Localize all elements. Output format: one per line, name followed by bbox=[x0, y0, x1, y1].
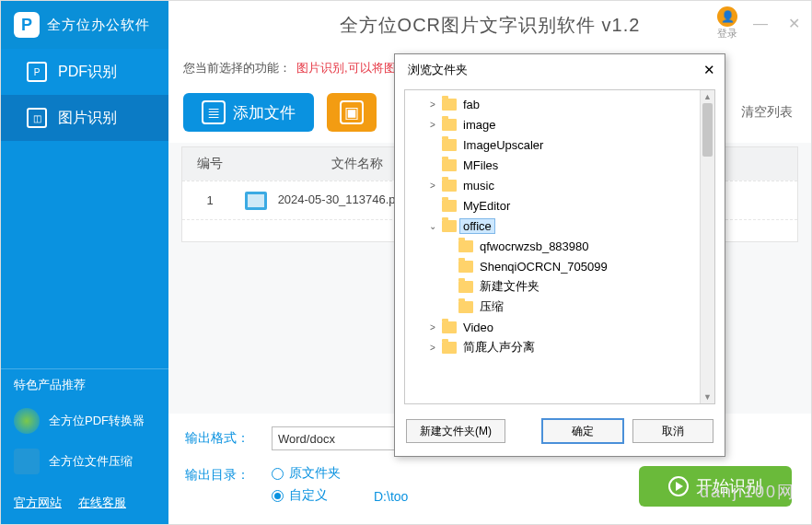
folder-icon bbox=[442, 159, 457, 171]
tree-item[interactable]: MFiles bbox=[405, 155, 714, 175]
browse-folder-dialog: 浏览文件夹 ✕ >fab>imageImageUpscalerMFiles>mu… bbox=[394, 53, 725, 457]
cancel-button[interactable]: 取消 bbox=[632, 419, 713, 443]
expand-icon[interactable]: > bbox=[427, 119, 438, 130]
scrollbar-thumb[interactable] bbox=[702, 103, 713, 157]
tree-item-label: ShenqiOCRCN_705099 bbox=[477, 260, 610, 274]
folder-icon bbox=[458, 240, 473, 252]
tree-item[interactable]: >image bbox=[405, 114, 714, 134]
dialog-close-button[interactable]: ✕ bbox=[703, 62, 715, 78]
tree-item-label: 简鹿人声分离 bbox=[460, 339, 538, 356]
tree-item-label: Video bbox=[460, 321, 496, 334]
tree-item-label: 压缩 bbox=[477, 298, 506, 315]
tree-item[interactable]: ImageUpscaler bbox=[405, 134, 714, 155]
expand-icon[interactable]: > bbox=[427, 321, 438, 332]
tree-item-label: office bbox=[460, 219, 494, 233]
dialog-titlebar: 浏览文件夹 ✕ bbox=[395, 54, 725, 86]
tree-item-label: MFiles bbox=[460, 158, 501, 172]
modal-overlay: 浏览文件夹 ✕ >fab>imageImageUpscalerMFiles>mu… bbox=[0, 0, 812, 525]
folder-icon bbox=[442, 139, 457, 151]
dialog-title: 浏览文件夹 bbox=[408, 62, 468, 78]
folder-icon bbox=[442, 200, 457, 212]
folder-icon bbox=[442, 180, 457, 192]
tree-item[interactable]: qfwocrwzsb_883980 bbox=[405, 236, 714, 256]
tree-spacer bbox=[427, 159, 438, 170]
folder-icon bbox=[442, 342, 457, 354]
ok-button[interactable]: 确定 bbox=[542, 419, 623, 443]
tree-spacer bbox=[427, 200, 438, 211]
scroll-up-icon[interactable]: ▲ bbox=[701, 90, 714, 103]
tree-item-label: image bbox=[460, 118, 498, 132]
folder-icon bbox=[458, 281, 473, 293]
tree-item[interactable]: >简鹿人声分离 bbox=[405, 337, 714, 357]
tree-spacer bbox=[427, 139, 438, 150]
folder-icon bbox=[442, 321, 457, 333]
tree-spacer bbox=[444, 240, 455, 251]
scroll-down-icon[interactable]: ▼ bbox=[701, 391, 714, 403]
new-folder-button[interactable]: 新建文件夹(M) bbox=[406, 419, 505, 443]
tree-spacer bbox=[444, 281, 455, 292]
folder-icon bbox=[442, 119, 457, 131]
tree-item[interactable]: >music bbox=[405, 175, 714, 195]
tree-item-label: 新建文件夹 bbox=[477, 278, 542, 295]
folder-icon bbox=[458, 261, 473, 273]
folder-icon bbox=[442, 220, 457, 232]
folder-icon bbox=[458, 301, 473, 313]
tree-item-label: ImageUpscaler bbox=[460, 138, 546, 152]
tree-item[interactable]: 压缩 bbox=[405, 297, 714, 317]
tree-spacer bbox=[444, 301, 455, 312]
folder-icon bbox=[442, 99, 457, 111]
vertical-scrollbar[interactable]: ▲ ▼ bbox=[700, 90, 714, 403]
tree-item-label: MyEditor bbox=[460, 199, 513, 213]
dialog-button-row: 新建文件夹(M) 确定 取消 bbox=[395, 414, 725, 456]
tree-item[interactable]: ShenqiOCRCN_705099 bbox=[405, 256, 714, 276]
tree-item-label: music bbox=[460, 179, 497, 192]
expand-icon[interactable]: > bbox=[427, 342, 438, 353]
tree-item-label: qfwocrwzsb_883980 bbox=[477, 239, 592, 253]
folder-tree: >fab>imageImageUpscalerMFiles>musicMyEdi… bbox=[404, 89, 715, 404]
tree-item[interactable]: ⌄office bbox=[405, 216, 714, 236]
collapse-icon[interactable]: ⌄ bbox=[427, 220, 438, 231]
tree-item[interactable]: MyEditor bbox=[405, 195, 714, 216]
tree-item[interactable]: 新建文件夹 bbox=[405, 276, 714, 297]
tree-item[interactable]: >fab bbox=[405, 94, 714, 114]
tree-item[interactable]: >Video bbox=[405, 317, 714, 337]
expand-icon[interactable]: > bbox=[427, 180, 438, 191]
tree-spacer bbox=[444, 261, 455, 272]
expand-icon[interactable]: > bbox=[427, 99, 438, 110]
tree-item-label: fab bbox=[460, 98, 482, 111]
